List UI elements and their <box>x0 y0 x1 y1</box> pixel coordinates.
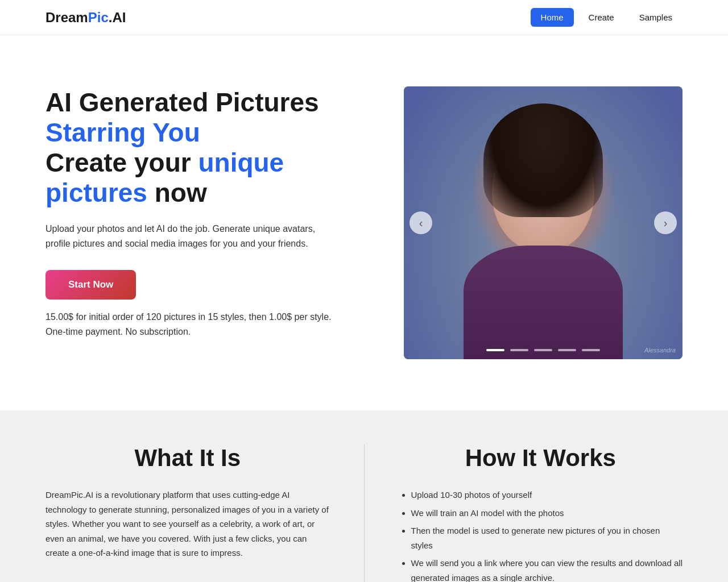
start-now-button[interactable]: Start Now <box>46 270 136 300</box>
nav-samples[interactable]: Samples <box>629 8 682 27</box>
list-item-2: We will train an AI model with the photo… <box>411 506 683 521</box>
heading-line2: Starring You <box>46 118 200 147</box>
portrait-body <box>464 246 623 359</box>
how-it-works-list: Upload 10-30 photos of yourself We will … <box>399 488 683 582</box>
what-it-is-title: What It Is <box>46 444 330 472</box>
list-item-1: Upload 10-30 photos of yourself <box>411 488 683 502</box>
carousel-watermark: Alessandra <box>644 347 676 354</box>
nav-links: Home Create Samples <box>531 8 682 27</box>
carousel-dots <box>486 349 600 351</box>
heading-line3-pre: Create your <box>46 148 198 177</box>
portrait-hair <box>483 103 603 217</box>
carousel-dot-2[interactable] <box>510 349 528 351</box>
carousel-prev-button[interactable]: ‹ <box>410 211 432 234</box>
what-it-is-body: DreamPic.AI is a revolutionary platform … <box>46 488 330 560</box>
carousel-dot-1[interactable] <box>486 349 504 351</box>
hero-text: AI Generated Pictures Starring You Creat… <box>46 88 341 357</box>
navbar: DreamPic.AI Home Create Samples <box>0 0 728 35</box>
carousel-next-button[interactable]: › <box>654 211 677 234</box>
carousel-dot-3[interactable] <box>534 349 552 351</box>
logo: DreamPic.AI <box>46 10 126 26</box>
hero-heading: AI Generated Pictures Starring You Creat… <box>46 88 341 208</box>
carousel-dot-4[interactable] <box>558 349 576 351</box>
nav-create[interactable]: Create <box>578 8 624 27</box>
info-section: What It Is DreamPic.AI is a revolutionar… <box>0 410 728 582</box>
what-it-is-col: What It Is DreamPic.AI is a revolutionar… <box>46 444 330 582</box>
how-it-works-col: How It Works Upload 10-30 photos of your… <box>399 444 683 582</box>
heading-line1: AI Generated Pictures <box>46 88 319 117</box>
heading-line3-post: now <box>147 178 207 207</box>
how-it-works-title: How It Works <box>399 444 683 472</box>
logo-pic: Pic <box>88 10 109 25</box>
hero-section: AI Generated Pictures Starring You Creat… <box>0 35 728 410</box>
logo-ai: AI <box>112 10 126 25</box>
carousel-image <box>404 86 682 359</box>
logo-dream: Dream <box>46 10 88 25</box>
nav-home[interactable]: Home <box>531 8 574 27</box>
hero-description: Upload your photos and let AI do the job… <box>46 222 341 252</box>
list-item-3: Then the model is used to generate new p… <box>411 523 683 552</box>
list-item-4: We will send you a link where you can vi… <box>411 556 683 582</box>
carousel-dot-5[interactable] <box>582 349 600 351</box>
vertical-divider <box>364 444 365 582</box>
hero-carousel: ‹ › Alessandra <box>404 86 682 359</box>
price-note: 15.00$ for initial order of 120 pictures… <box>46 310 341 340</box>
